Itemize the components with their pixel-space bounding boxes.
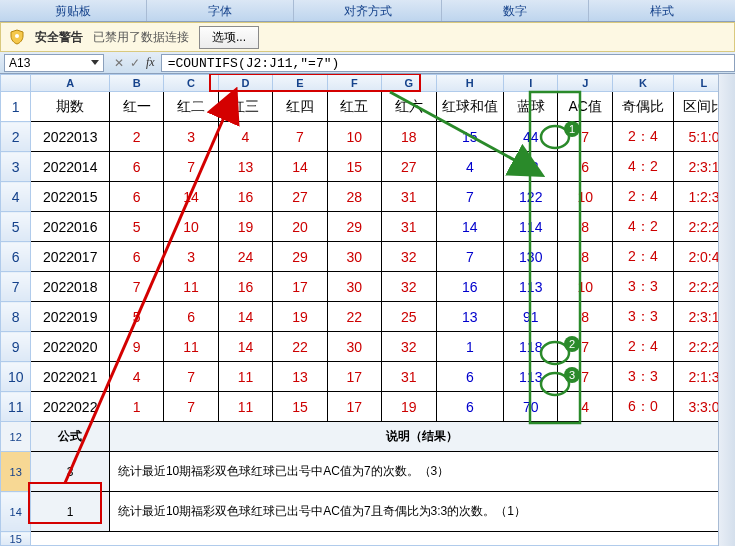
formula-input[interactable]: =COUNTIFS(J2:J11,"=7") bbox=[161, 54, 735, 72]
ribbon-clipboard[interactable]: 剪贴板 bbox=[0, 0, 146, 21]
ribbon-number[interactable]: 数字 bbox=[442, 0, 588, 21]
result-row: 13 3 统计最近10期福彩双色球红球已出号中AC值为7的次数。（3） bbox=[1, 452, 735, 492]
ribbon-font[interactable]: 字体 bbox=[147, 0, 293, 21]
formula-bar: A13 ✕ ✓ fx =COUNTIFS(J2:J11,"=7") bbox=[0, 52, 735, 74]
svg-point-0 bbox=[15, 34, 19, 38]
table-row[interactable]: 1020220214711131731611373：32:1:3 bbox=[1, 362, 735, 392]
accept-icon[interactable]: ✓ bbox=[130, 56, 140, 70]
section-row: 12 公式 说明（结果） bbox=[1, 422, 735, 452]
worksheet[interactable]: ABC DEF GHI JKL 1 期数红一红二 红三红四红五 红六红球和值蓝球… bbox=[0, 74, 735, 546]
vertical-scrollbar[interactable] bbox=[718, 74, 735, 546]
security-message: 已禁用了数据连接 bbox=[93, 29, 189, 46]
formula-controls: ✕ ✓ bbox=[108, 56, 146, 70]
table-header-row: 1 期数红一红二 红三红四红五 红六红球和值蓝球 AC值奇偶比区间比 bbox=[1, 92, 735, 122]
result-row: 14 1 统计最近10期福彩双色球红球已出号中AC值为7且奇偶比为3:3的次数。… bbox=[1, 492, 735, 532]
table-row[interactable]: 112022022171115171967046：03:3:0 bbox=[1, 392, 735, 422]
shield-icon bbox=[9, 29, 25, 45]
name-box[interactable]: A13 bbox=[4, 54, 104, 72]
name-box-value: A13 bbox=[9, 56, 30, 70]
table-row[interactable]: 42022015614162728317122102：41:2:3 bbox=[1, 182, 735, 212]
empty-row: 15 bbox=[1, 532, 735, 546]
ribbon-group-labels: 剪贴板 字体 对齐方式 数字 样式 bbox=[0, 0, 735, 22]
ribbon-styles[interactable]: 样式 bbox=[589, 0, 735, 21]
column-headers[interactable]: ABC DEF GHI JKL bbox=[1, 75, 735, 92]
table-row[interactable]: 32022014671314152748264：22:3:1 bbox=[1, 152, 735, 182]
cancel-icon[interactable]: ✕ bbox=[114, 56, 124, 70]
table-row[interactable]: 620220176324293032713082：42:0:4 bbox=[1, 242, 735, 272]
security-warning-bar: 安全警告 已禁用了数据连接 选项... bbox=[0, 22, 735, 52]
table-row[interactable]: 2202201323471018154472：45:1:0 bbox=[1, 122, 735, 152]
security-options-button[interactable]: 选项... bbox=[199, 26, 259, 49]
security-title: 安全警告 bbox=[35, 29, 83, 46]
table-row[interactable]: 52022016510192029311411484：22:2:2 bbox=[1, 212, 735, 242]
ribbon-alignment[interactable]: 对齐方式 bbox=[294, 0, 440, 21]
table-row[interactable]: 720220187111617303216113103：32:2:2 bbox=[1, 272, 735, 302]
fx-icon[interactable]: fx bbox=[146, 55, 155, 70]
active-cell[interactable]: 3 bbox=[31, 452, 109, 492]
table-row[interactable]: 820220195614192225139183：32:3:1 bbox=[1, 302, 735, 332]
chevron-down-icon[interactable] bbox=[91, 60, 99, 65]
table-row[interactable]: 9202202091114223032111872：42:2:2 bbox=[1, 332, 735, 362]
